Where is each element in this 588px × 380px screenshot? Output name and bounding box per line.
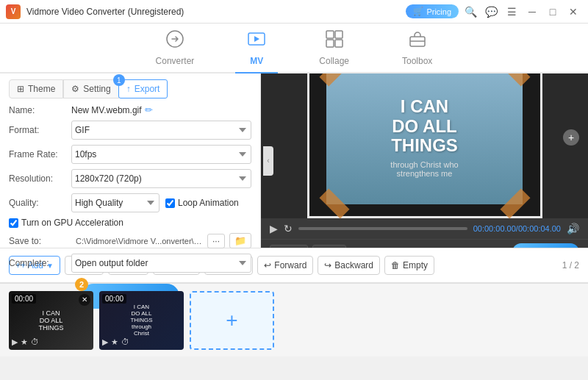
title-bar-right: 🛒 Pricing 🔍 💬 ☰ ─ □ ✕ xyxy=(406,3,582,21)
add-scene-button[interactable]: + xyxy=(563,129,579,146)
timeline: I CANDO ALLTHINGS 00:00 ✕ ▶ ★ ⏱ I CANDO … xyxy=(0,283,588,356)
timeline-play-icon-1[interactable]: ▶ xyxy=(12,337,18,347)
preview-bottom-bar: 16:9 1/2 Start Export xyxy=(261,239,588,248)
export-icon: ↑ xyxy=(126,84,131,94)
panel-tabs: ⊞ Theme ⚙ Setting 1 ↑ Export xyxy=(9,79,251,98)
timeline-time-1: 00:00 xyxy=(12,294,36,304)
menu-title-button[interactable]: ☰ xyxy=(503,3,520,21)
complete-label: Complete: xyxy=(9,258,71,268)
time-display: 00:00:00.00/00:00:04.00 xyxy=(473,224,561,233)
left-panel: ⊞ Theme ⚙ Setting 1 ↑ Export Name: New M… xyxy=(0,74,261,248)
format-select[interactable]: GIF xyxy=(71,121,251,140)
chat-title-button[interactable]: 💬 xyxy=(482,3,500,21)
grid-icon: ⊞ xyxy=(17,84,24,94)
framerate-row: Frame Rate: 10fps xyxy=(9,145,251,164)
svg-rect-5 xyxy=(335,40,343,47)
preview-export-button[interactable]: Start Export xyxy=(512,243,579,248)
ratio-select[interactable]: 16:9 xyxy=(270,245,308,248)
quality-select[interactable]: High Quality xyxy=(71,193,159,212)
quality-label: Quality: xyxy=(9,198,71,208)
edit-name-icon[interactable]: ✏ xyxy=(145,104,153,115)
format-row: Format: GIF xyxy=(9,121,251,140)
maximize-button[interactable]: □ xyxy=(544,3,562,21)
name-label: Name: xyxy=(9,105,71,115)
side-collapse-button[interactable]: ‹ xyxy=(263,146,273,176)
pricing-button[interactable]: 🛒 Pricing xyxy=(406,4,459,18)
gpu-checkbox[interactable] xyxy=(9,218,18,228)
title-bar-left: V Vidmore Video Converter (Unregistered) xyxy=(6,4,184,19)
preview-area: I CANDO ALLTHINGS through Christ whostre… xyxy=(307,74,542,218)
nav-collage[interactable]: Collage xyxy=(307,24,361,74)
close-button[interactable]: ✕ xyxy=(564,3,582,21)
gear-icon: ⚙ xyxy=(71,84,79,94)
preview-text-small: through Christ whostrengthens me xyxy=(390,160,458,178)
setting-tab[interactable]: ⚙ Setting xyxy=(63,79,118,98)
timeline-time-2: 00:00 xyxy=(102,294,126,304)
timeline-item-2: I CANDO ALLTHINGSthroughChrist 00:00 ▶ ★… xyxy=(99,291,184,350)
export-tab[interactable]: 1 ↑ Export xyxy=(118,79,168,98)
nav-collage-label: Collage xyxy=(319,56,349,66)
timeline-clock-icon-2[interactable]: ⏱ xyxy=(121,337,129,347)
save-row: Save to: C:\Vidmore\Vidmore V...onverter… xyxy=(9,233,251,248)
framerate-label: Frame Rate: xyxy=(9,149,71,159)
collage-icon xyxy=(325,29,344,53)
top-nav: Converter MV Collage Toolbox xyxy=(0,24,588,74)
save-folder-button[interactable]: 📁 xyxy=(229,233,251,248)
volume-icon[interactable]: 🔊 xyxy=(567,223,579,234)
app-icon: V xyxy=(6,4,21,19)
preview-content: I CANDO ALLTHINGS through Christ whostre… xyxy=(326,74,523,204)
mv-icon xyxy=(247,29,266,53)
backward-button[interactable]: ↪ Backward xyxy=(318,256,380,275)
page-info: 1 / 2 xyxy=(562,260,579,270)
progress-bar[interactable] xyxy=(298,227,467,230)
nav-toolbox-label: Toolbox xyxy=(402,56,432,66)
forward-button[interactable]: ↩ Forward xyxy=(257,256,313,275)
resolution-select[interactable]: 1280x720 (720p) xyxy=(71,169,251,188)
timeline-play-icon-2[interactable]: ▶ xyxy=(102,337,108,347)
name-row: Name: New MV.webm.gif ✏ xyxy=(9,104,251,115)
timeline-star-icon-1[interactable]: ★ xyxy=(21,337,28,347)
nav-mv[interactable]: MV xyxy=(235,24,278,74)
timeline-star-icon-2[interactable]: ★ xyxy=(111,337,118,347)
framerate-select[interactable]: 10fps xyxy=(71,145,251,164)
timeline-controls-1: ▶ ★ ⏱ xyxy=(12,337,39,347)
right-panel: I CANDO ALLTHINGS through Christ whostre… xyxy=(261,74,588,248)
page-select[interactable]: 1/2 xyxy=(312,245,346,248)
nav-mv-label: MV xyxy=(250,56,263,66)
main-content: ⊞ Theme ⚙ Setting 1 ↑ Export Name: New M… xyxy=(0,74,588,248)
complete-row: Complete: Open output folder xyxy=(9,254,251,273)
timeline-item-1: I CANDO ALLTHINGS 00:00 ✕ ▶ ★ ⏱ xyxy=(9,291,93,350)
replay-button[interactable]: ↻ xyxy=(284,223,293,234)
format-label: Format: xyxy=(9,125,71,135)
forward-icon: ↩ xyxy=(264,260,271,270)
preview-bottom-left: 16:9 1/2 xyxy=(270,245,346,248)
timeline-controls-2: ▶ ★ ⏱ xyxy=(102,337,129,347)
empty-button[interactable]: 🗑 Empty xyxy=(384,256,434,275)
complete-select[interactable]: Open output folder xyxy=(71,254,251,273)
name-value: New MV.webm.gif xyxy=(71,105,142,115)
loop-checkbox-label[interactable]: Loop Animation xyxy=(165,198,239,208)
step-badge: 2 xyxy=(75,278,88,291)
saveto-label: Save to: xyxy=(9,236,71,246)
save-path-dots-button[interactable]: ··· xyxy=(207,234,225,248)
play-button[interactable]: ▶ xyxy=(270,223,278,234)
converter-icon xyxy=(165,29,184,53)
quality-row: Quality: High Quality Loop Animation xyxy=(9,193,251,212)
search-title-button[interactable]: 🔍 xyxy=(462,3,479,21)
timeline-text-1: I CANDO ALLTHINGS xyxy=(35,306,66,334)
gpu-row: Turn on GPU Acceleration xyxy=(9,218,251,228)
preview-controls: ▶ ↻ 00:00:00.00/00:00:04.00 🔊 xyxy=(261,218,588,239)
gpu-checkbox-label[interactable]: Turn on GPU Acceleration xyxy=(9,218,123,228)
svg-rect-4 xyxy=(326,40,334,47)
svg-rect-2 xyxy=(326,31,334,38)
theme-tab[interactable]: ⊞ Theme xyxy=(9,79,63,98)
nav-converter[interactable]: Converter xyxy=(144,24,207,74)
timeline-clock-icon-1[interactable]: ⏱ xyxy=(31,337,39,347)
nav-toolbox[interactable]: Toolbox xyxy=(390,24,444,74)
timeline-close-1[interactable]: ✕ xyxy=(79,294,90,306)
resolution-label: Resolution: xyxy=(9,173,71,184)
loop-checkbox[interactable] xyxy=(165,198,175,208)
title-bar: V Vidmore Video Converter (Unregistered)… xyxy=(0,0,588,24)
export-badge: 1 xyxy=(113,74,125,86)
minimize-button[interactable]: ─ xyxy=(523,3,541,21)
